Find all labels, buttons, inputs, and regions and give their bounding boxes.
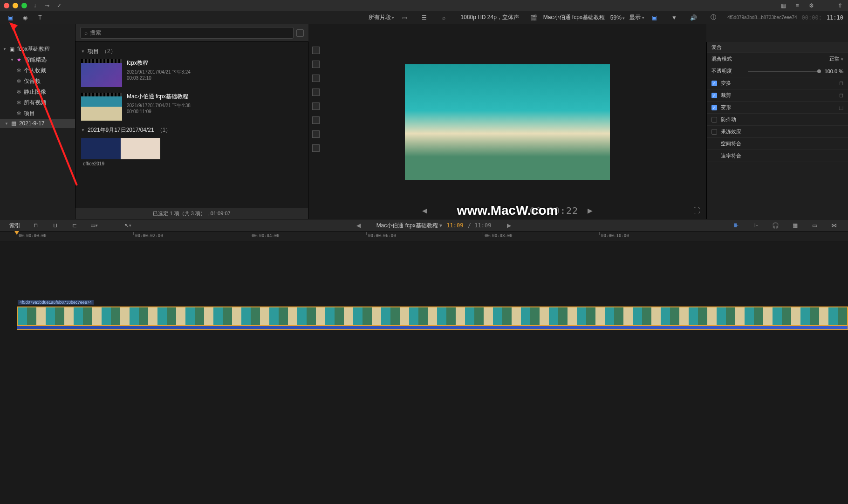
inspector-row-distort[interactable]: ✓ 变形 ⬚ <box>707 102 848 114</box>
background-tasks-icon[interactable]: ✓ <box>55 1 63 10</box>
overlay-icon[interactable]: ▭ <box>89 220 100 231</box>
info-inspector-icon[interactable]: ⓘ <box>708 12 719 23</box>
timeline-clip[interactable] <box>17 306 848 326</box>
prev-edit-icon[interactable]: ◀ <box>356 222 361 229</box>
select-tool-icon[interactable]: ↖ <box>122 220 133 231</box>
sidebar-item-library[interactable]: ▼ ▣ fcpx基础教程 <box>0 44 75 54</box>
checkbox-icon[interactable]: ✓ <box>711 81 717 86</box>
solo-icon[interactable]: 🎧 <box>770 220 781 231</box>
connect-icon[interactable]: ⊓ <box>30 220 41 231</box>
maximize-button[interactable] <box>21 3 27 8</box>
insert-icon[interactable]: ⊔ <box>49 220 61 231</box>
viewer-tool-icon[interactable] <box>312 61 320 68</box>
inspector-row-rate-conform[interactable]: 速率符合 <box>707 150 848 162</box>
video-inspector-icon[interactable]: ▣ <box>649 12 660 23</box>
fullscreen-icon[interactable]: ⛶ <box>693 207 700 214</box>
inspector-row-blend-mode[interactable]: 混合模式 正常 <box>707 53 848 65</box>
checkbox-icon[interactable] <box>711 117 717 123</box>
effects-icon[interactable]: ▭ <box>809 220 820 231</box>
snapping-icon[interactable]: ▦ <box>789 220 800 231</box>
sidebar-item-smart[interactable]: ▼ ★ 智能精选 <box>0 54 75 65</box>
viewer[interactable] <box>308 42 706 202</box>
project-item[interactable]: Mac小伯通 fcpx基础教程 2021/9/172017/04/21 下午4:… <box>81 93 302 121</box>
calendar-icon[interactable] <box>296 29 304 37</box>
crop-icon[interactable]: ◻ <box>839 92 843 98</box>
chevron-down-icon: ▼ <box>3 47 7 51</box>
ruler-mark: 00:00:00:00 <box>19 233 47 238</box>
prev-frame-icon[interactable]: ◀ <box>422 207 427 214</box>
inspector-row-transform[interactable]: ✓ 变换 ◻ <box>707 77 848 89</box>
audio-inspector-icon[interactable]: 🔊 <box>688 12 699 23</box>
zoom-dropdown[interactable]: 59% <box>610 14 625 21</box>
adjustments-icon[interactable]: ⚙ <box>807 1 815 10</box>
blend-mode-dropdown[interactable]: 正常 <box>829 55 843 62</box>
transitions-icon[interactable]: ⋈ <box>828 220 840 231</box>
timeline-title[interactable]: Mac小伯通 fcpx基础教程 <box>376 222 438 229</box>
titles-icon[interactable]: T <box>34 12 46 23</box>
search-icon[interactable]: ⌕ <box>438 12 449 23</box>
transform-icon[interactable]: ◻ <box>839 80 843 86</box>
minimize-button[interactable] <box>13 3 18 8</box>
viewer-tool-icon[interactable] <box>312 47 320 54</box>
filmstrip-icon[interactable]: ▭ <box>399 12 410 23</box>
filter-inspector-icon[interactable]: ▼ <box>669 12 680 23</box>
next-frame-icon[interactable]: ▶ <box>588 207 593 214</box>
viewer-tool-icon[interactable] <box>312 75 320 82</box>
skimming-icon[interactable]: ⊪ <box>731 220 742 231</box>
gear-icon: ✻ <box>17 100 21 106</box>
toolbar: ▣ ◉ T 所有片段 ▭ ☰ ⌕ 1080p HD 24p，立体声 🎬 Mac小… <box>0 11 848 24</box>
sidebar-item-event[interactable]: ▼ ▦ 2021-9-17 <box>0 119 75 128</box>
share-icon[interactable]: ⇧ <box>836 1 844 10</box>
playhead[interactable] <box>17 232 17 504</box>
distort-icon[interactable]: ⬚ <box>839 104 843 110</box>
viewer-clip-name: Mac小伯通 fcpx基础教程 <box>543 14 605 21</box>
checkbox-icon[interactable]: ✓ <box>711 93 717 98</box>
viewer-tool-icon[interactable] <box>312 144 320 152</box>
inspector-row-crop[interactable]: ✓ 裁剪 ◻ <box>707 89 848 102</box>
index-button[interactable]: 索引 <box>5 220 25 231</box>
viewer-tool-icon[interactable] <box>312 89 320 96</box>
import-icon[interactable]: ↓ <box>31 1 39 10</box>
viewer-tool-icon[interactable] <box>312 102 320 110</box>
audio-skim-icon[interactable]: ⊪ <box>750 220 761 231</box>
timeline-current-tc: 11:09 <box>446 222 463 229</box>
display-dropdown[interactable]: 显示 <box>629 14 644 21</box>
photos-icon[interactable]: ◉ <box>20 12 31 23</box>
viewer-tool-icon[interactable] <box>312 116 320 124</box>
inspector-row-stabilize[interactable]: 防抖动 <box>707 114 848 126</box>
inspector-section-composite: 复合 <box>707 42 848 53</box>
inspector-row-rolling-shutter[interactable]: 果冻效应 <box>707 126 848 138</box>
grid-view-icon[interactable]: ▦ <box>779 1 787 10</box>
close-button[interactable] <box>4 3 9 8</box>
clip-item[interactable]: office2019 <box>81 138 302 166</box>
list-view-icon[interactable]: ≡ <box>793 1 801 10</box>
section-date[interactable]: ▼ 2021年9月17日2017/04/21 （1） <box>81 126 302 134</box>
keyword-icon[interactable]: ⊸ <box>43 1 51 10</box>
append-icon[interactable]: ⊏ <box>69 220 80 231</box>
search-input[interactable]: ⌕ 搜索 <box>80 27 294 39</box>
sidebar-item-favorites[interactable]: ✻ 个人收藏 <box>0 65 75 76</box>
checkbox-icon[interactable] <box>711 129 717 135</box>
clips-filter-dropdown[interactable]: 所有片段 <box>369 14 395 21</box>
ruler-mark: 00:00:02:00 <box>135 233 163 238</box>
section-projects[interactable]: ▼ 项目 （2） <box>81 48 302 55</box>
inspector-row-opacity[interactable]: 不透明度 100.0 % <box>707 65 848 77</box>
chevron-down-icon: ▼ <box>81 128 85 132</box>
list-icon[interactable]: ☰ <box>418 12 430 23</box>
sidebar-item-audio-only[interactable]: ✻ 仅音频 <box>0 76 75 87</box>
opacity-slider[interactable] <box>748 71 821 72</box>
timeline[interactable]: 00:00:00:00 00:00:02:00 00:00:04:00 00:0… <box>0 232 848 504</box>
inspector-row-spatial-conform[interactable]: 空间符合 <box>707 138 848 150</box>
next-edit-icon[interactable]: ▶ <box>507 222 511 229</box>
inspector-clip-id: 4f5d079a3bd8...b8733bec7eee74 <box>727 15 797 20</box>
inspector: 复合 混合模式 正常 不透明度 100.0 % ✓ 变换 ◻ ✓ 裁剪 ◻ ✓ <box>706 42 848 219</box>
sidebar-item-stills[interactable]: ✻ 静止图像 <box>0 87 75 97</box>
library-icon[interactable]: ▣ <box>5 12 16 23</box>
gear-icon: ✻ <box>17 68 21 74</box>
sidebar-item-projects[interactable]: ✻ 项目 <box>0 108 75 119</box>
project-item[interactable]: fcpx教程 2021/9/172017/04/21 下午3:24 00:03:… <box>81 59 302 87</box>
sidebar-item-all-video[interactable]: ✻ 所有视频 <box>0 97 75 108</box>
viewer-tool-icon[interactable] <box>312 130 320 138</box>
checkbox-icon[interactable]: ✓ <box>711 105 717 110</box>
timeline-ruler[interactable]: 00:00:00:00 00:00:02:00 00:00:04:00 00:0… <box>0 232 848 241</box>
